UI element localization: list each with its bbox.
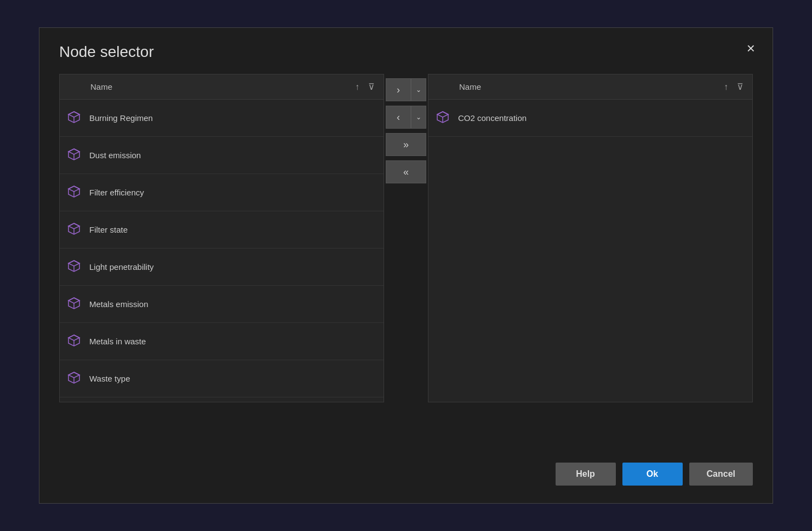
move-all-left-button[interactable]: « (386, 160, 426, 183)
cube-icon (66, 109, 82, 127)
help-button[interactable]: Help (556, 463, 616, 486)
close-button[interactable]: × (747, 41, 755, 55)
svg-marker-19 (68, 335, 79, 340)
svg-marker-13 (68, 261, 79, 266)
right-filter-button[interactable]: ⊽ (735, 80, 746, 93)
list-item[interactable]: Filter state (60, 211, 384, 249)
left-panel-body: Burning Regimen Dust emission Filter eff… (60, 100, 384, 402)
cube-icon (66, 370, 82, 388)
list-item-label: Filter efficiency (89, 188, 144, 197)
right-panel-header: Name ↑ ⊽ (428, 74, 752, 100)
list-item[interactable]: Metals emission (60, 286, 384, 323)
node-selector-dialog: Node selector × Name ↑ ⊽ Burning Regimen (39, 27, 773, 504)
move-right-chevron[interactable]: ⌄ (411, 78, 426, 101)
transfer-controls: › ⌄ ‹ ⌄ » « (384, 74, 428, 186)
list-item[interactable]: CO2 concentration (428, 100, 752, 137)
list-item-label: Filter state (89, 225, 128, 234)
cube-icon (66, 221, 82, 239)
move-all-left-group: « (386, 160, 426, 183)
main-area: Name ↑ ⊽ Burning Regimen Dust emission (59, 74, 753, 447)
list-item-label: CO2 concentration (458, 113, 527, 123)
list-item-label: Metals emission (89, 299, 148, 309)
svg-marker-7 (68, 186, 79, 192)
move-left-button[interactable]: ‹ (386, 106, 411, 129)
svg-marker-4 (68, 149, 79, 154)
move-all-right-group: » (386, 133, 426, 156)
left-sort-button[interactable]: ↑ (353, 81, 362, 93)
list-item-label: Metals in waste (89, 337, 146, 346)
svg-marker-16 (68, 298, 79, 303)
cube-icon (66, 296, 82, 313)
list-item-label: Burning Regimen (89, 113, 153, 123)
ok-button[interactable]: Ok (622, 463, 683, 486)
cancel-button[interactable]: Cancel (689, 463, 753, 486)
list-item-label: Light penetrability (89, 262, 154, 272)
list-item[interactable]: Waste type (60, 360, 384, 397)
move-left-chevron[interactable]: ⌄ (411, 106, 426, 129)
svg-marker-25 (437, 112, 448, 117)
svg-marker-22 (68, 372, 79, 378)
left-panel-header: Name ↑ ⊽ (60, 74, 384, 100)
move-left-group: ‹ ⌄ (386, 106, 426, 129)
cube-icon (66, 184, 82, 201)
left-panel-name-label: Name (90, 82, 348, 91)
right-sort-button[interactable]: ↑ (722, 81, 730, 93)
list-item-label: Dust emission (89, 151, 141, 160)
svg-marker-10 (68, 223, 79, 229)
cube-icon (66, 333, 82, 350)
cube-icon (66, 147, 82, 164)
list-item-label: Waste type (89, 374, 130, 383)
right-panel-name-label: Name (459, 82, 717, 91)
left-filter-button[interactable]: ⊽ (366, 80, 377, 93)
move-all-right-button[interactable]: » (386, 133, 426, 156)
list-item[interactable]: Dust emission (60, 137, 384, 174)
svg-marker-1 (68, 112, 79, 117)
move-right-button[interactable]: › (386, 78, 411, 101)
right-panel-body: CO2 concentration (428, 100, 752, 402)
list-item[interactable]: Filter efficiency (60, 174, 384, 211)
list-item[interactable]: Burning Regimen (60, 100, 384, 137)
footer: Help Ok Cancel (59, 447, 753, 486)
right-panel: Name ↑ ⊽ CO2 concentration (428, 74, 753, 402)
left-panel: Name ↑ ⊽ Burning Regimen Dust emission (59, 74, 384, 402)
dialog-title: Node selector (59, 43, 753, 61)
cube-icon (66, 258, 82, 276)
list-item[interactable]: Light penetrability (60, 249, 384, 286)
list-item[interactable]: Metals in waste (60, 323, 384, 360)
move-right-group: › ⌄ (386, 78, 426, 101)
cube-icon (435, 109, 450, 127)
